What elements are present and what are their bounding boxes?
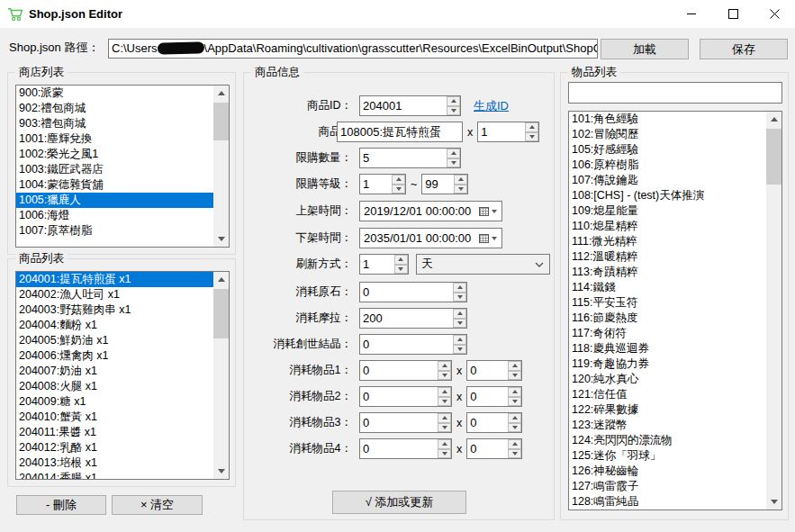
spin-down-icon[interactable]	[508, 449, 521, 459]
spin-up-icon[interactable]	[394, 255, 408, 265]
item-name-input[interactable]: 108005:提瓦特煎蛋	[337, 122, 463, 142]
list-item[interactable]: 902:禮包商城	[16, 101, 213, 116]
list-item[interactable]: 204005:鮮奶油 x1	[16, 333, 213, 348]
close-button[interactable]	[754, 0, 795, 28]
spin-down-icon[interactable]	[508, 371, 521, 381]
list-item[interactable]: 1001:塵輝兌換	[16, 131, 213, 147]
spin-down-icon[interactable]	[453, 293, 466, 302]
cost-item-2-id-spinner[interactable]: 0	[359, 386, 452, 407]
cost-item-3-count-spinner[interactable]: 0	[466, 412, 522, 433]
list-item[interactable]: 204014:香腸 x1	[16, 471, 213, 479]
spin-down-icon[interactable]	[394, 265, 408, 275]
list-item[interactable]: 126:神秘齒輪	[569, 464, 766, 479]
dropdown-arrow-icon[interactable]	[492, 237, 497, 240]
list-item[interactable]: 117:奇術符	[569, 326, 766, 341]
list-item[interactable]: 109:熄星能量	[569, 203, 766, 219]
list-item[interactable]: 112:溫暖精粹	[569, 249, 766, 265]
spin-down-icon[interactable]	[453, 345, 466, 355]
list-item[interactable]: 108:[CHS] - (test)天体推演	[569, 188, 766, 203]
delete-button[interactable]: - 刪除	[16, 495, 106, 515]
spin-down-icon[interactable]	[453, 319, 466, 329]
spin-up-icon[interactable]	[453, 283, 466, 293]
spin-up-icon[interactable]	[508, 439, 521, 449]
spin-down-icon[interactable]	[447, 158, 460, 168]
list-item[interactable]: 1002:榮光之風1	[16, 147, 213, 162]
list-item[interactable]: 113:奇蹟精粹	[569, 265, 766, 280]
list-item[interactable]: 204011:果醬 x1	[16, 425, 213, 440]
list-item[interactable]: 204001:提瓦特煎蛋 x1	[16, 272, 213, 287]
cost-item-4-id-spinner[interactable]: 0	[359, 438, 452, 459]
spin-up-icon[interactable]	[438, 413, 451, 423]
cost-crystal-spinner[interactable]: 0	[359, 334, 467, 355]
scroll-down-icon[interactable]	[766, 494, 781, 509]
list-item[interactable]: 900:派蒙	[16, 86, 213, 101]
path-input[interactable]: C:\Users\AppData\Roaming\cultivation\gra…	[108, 39, 598, 59]
add-or-update-button[interactable]: √ 添加或更新	[332, 491, 466, 514]
spin-up-icon[interactable]	[438, 439, 451, 449]
item-list-scrollbar[interactable]	[766, 112, 781, 509]
list-item[interactable]: 119:奇趣協力券	[569, 356, 766, 372]
spin-up-icon[interactable]	[525, 122, 538, 132]
generate-id-link[interactable]: 生成ID	[474, 98, 509, 114]
scroll-thumb[interactable]	[213, 289, 229, 338]
load-button[interactable]: 加載	[601, 39, 689, 59]
scroll-up-icon[interactable]	[766, 112, 781, 127]
goods-id-spinner[interactable]: 204001	[359, 95, 461, 116]
scroll-thumb[interactable]	[213, 103, 229, 140]
list-item[interactable]: 127:鳴雷霰子	[569, 479, 766, 494]
list-item[interactable]: 1006:海燈	[16, 208, 213, 223]
list-item[interactable]: 204007:奶油 x1	[16, 364, 213, 379]
cost-item-4-count-spinner[interactable]: 0	[466, 438, 522, 459]
minimize-button[interactable]	[671, 0, 712, 28]
spin-down-icon[interactable]	[438, 397, 451, 407]
spin-up-icon[interactable]	[438, 387, 451, 397]
refresh-unit-combobox[interactable]: 天	[416, 254, 550, 275]
level-max-spinner[interactable]: 99	[421, 174, 468, 194]
spin-down-icon[interactable]	[454, 185, 467, 194]
spin-up-icon[interactable]	[454, 175, 467, 185]
list-item[interactable]: 111:微光精粹	[569, 234, 766, 249]
list-item[interactable]: 1007:原萃樹脂	[16, 223, 213, 239]
cost-mora-spinner[interactable]: 200	[359, 308, 467, 329]
scroll-down-icon[interactable]	[213, 464, 229, 479]
shop-listbox[interactable]: 900:派蒙902:禮包商城903:禮包商城1001:塵輝兌換1002:榮光之風…	[15, 85, 230, 248]
spin-down-icon[interactable]	[508, 397, 521, 407]
list-item[interactable]: 102:冒險閱歷	[569, 127, 766, 142]
spin-down-icon[interactable]	[447, 106, 460, 116]
item-search-input[interactable]	[568, 82, 782, 104]
cost-item-1-id-spinner[interactable]: 0	[359, 360, 452, 381]
list-item[interactable]: 204004:麵粉 x1	[16, 318, 213, 333]
list-item[interactable]: 204002:漁人吐司 x1	[16, 287, 213, 302]
list-item[interactable]: 123:迷蹤幣	[569, 418, 766, 433]
list-item[interactable]: 120:純水真心	[569, 372, 766, 387]
list-item[interactable]: 204003:野菇雞肉串 x1	[16, 302, 213, 318]
spin-up-icon[interactable]	[447, 96, 460, 106]
list-item[interactable]: 114:鐵錢	[569, 280, 766, 295]
spin-down-icon[interactable]	[508, 423, 521, 433]
cost-item-3-id-spinner[interactable]: 0	[359, 412, 452, 433]
spin-up-icon[interactable]	[508, 361, 521, 371]
spin-down-icon[interactable]	[392, 185, 405, 194]
list-item[interactable]: 1004:蒙德雜貨舖	[16, 177, 213, 193]
dropdown-arrow-icon[interactable]	[492, 210, 497, 213]
list-item[interactable]: 204006:燻禽肉 x1	[16, 348, 213, 364]
list-item[interactable]: 122:碎果數據	[569, 402, 766, 418]
list-item[interactable]: 903:禮包商城	[16, 116, 213, 131]
item-listbox[interactable]: 101:角色經驗102:冒險閱歷105:好感經驗106:原粹樹脂107:傳說鑰匙…	[568, 111, 782, 510]
list-item[interactable]: 124:亮閃閃的漂流物	[569, 433, 766, 448]
goods-listbox[interactable]: 204001:提瓦特煎蛋 x1204002:漁人吐司 x1204003:野菇雞肉…	[15, 271, 230, 480]
clear-button[interactable]: × 清空	[112, 495, 203, 515]
shop-list-scrollbar[interactable]	[213, 86, 229, 247]
buy-limit-spinner[interactable]: 5	[359, 148, 461, 168]
cost-primogem-spinner[interactable]: 0	[359, 282, 467, 302]
spin-up-icon[interactable]	[508, 387, 521, 397]
list-item[interactable]: 204013:培根 x1	[16, 455, 213, 471]
list-item[interactable]: 118:慶典巡迴券	[569, 341, 766, 356]
list-item[interactable]: 107:傳說鑰匙	[569, 173, 766, 188]
scroll-up-icon[interactable]	[213, 272, 229, 287]
end-time-picker[interactable]: 2035/01/01 00:00:00	[359, 228, 502, 248]
spin-up-icon[interactable]	[447, 149, 460, 158]
spin-up-icon[interactable]	[392, 175, 405, 185]
spin-up-icon[interactable]	[438, 361, 451, 371]
list-item[interactable]: 1005:獵鹿人	[16, 193, 213, 208]
